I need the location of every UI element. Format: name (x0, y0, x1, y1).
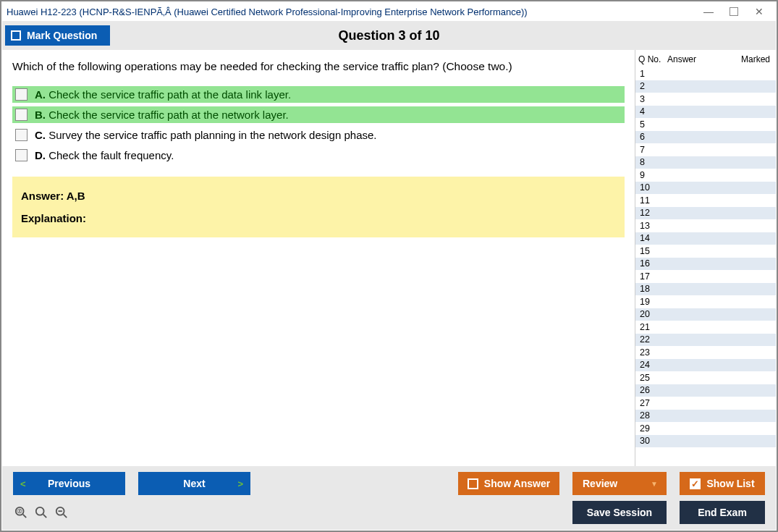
qlist-row[interactable]: 3 (635, 93, 776, 106)
show-list-button[interactable]: ✓ Show List (680, 472, 765, 495)
answer-line: Answer: A,B (21, 190, 616, 202)
qlist-row[interactable]: 9 (635, 169, 776, 182)
qlist-row[interactable]: 21 (635, 321, 776, 334)
qlist-row[interactable]: 19 (635, 295, 776, 308)
qlist-row[interactable]: 8 (635, 156, 776, 169)
previous-label: Previous (48, 478, 90, 489)
options-list: A. Check the service traffic path at the… (12, 86, 625, 164)
app-window: Huawei H12-223 (HCNP-R&S-IENPÃ‚Â (Huawei… (0, 0, 778, 532)
mark-question-button[interactable]: Mark Question (5, 25, 110, 46)
qlist-row[interactable]: 17 (635, 270, 776, 283)
svg-line-4 (43, 515, 46, 518)
qlist-row[interactable]: 26 (635, 384, 776, 397)
maximize-button[interactable] (730, 7, 738, 16)
header-bar: Mark Question Question 3 of 10 (2, 21, 776, 50)
review-button[interactable]: Review ▼ (572, 472, 667, 495)
end-exam-label: End Exam (698, 507, 747, 518)
qlist-row[interactable]: 12 (635, 207, 776, 220)
qlist-row[interactable]: 10 (635, 182, 776, 195)
qlist-row[interactable]: 27 (635, 397, 776, 410)
review-label: Review (583, 478, 617, 489)
zoom-in-icon[interactable] (35, 506, 48, 519)
qlist-row[interactable]: 14 (635, 232, 776, 245)
mark-checkbox-icon (11, 30, 21, 41)
window-controls: — ✕ (703, 7, 771, 17)
mark-question-label: Mark Question (27, 30, 97, 41)
option-checkbox[interactable] (15, 129, 28, 141)
qlist-row[interactable]: 23 (635, 346, 776, 359)
qlist-row[interactable]: 4 (635, 106, 776, 119)
option-text: A. Check the service traffic path at the… (35, 88, 291, 101)
option-row-B[interactable]: B. Check the service traffic path at the… (12, 106, 625, 123)
show-list-check-icon: ✓ (690, 478, 701, 489)
option-text: C. Survey the service traffic path plann… (35, 129, 377, 141)
svg-line-6 (64, 515, 67, 518)
sidebar-header: Q No. Answer Marked (635, 50, 776, 67)
question-pane: Which of the following operations may be… (2, 50, 635, 466)
question-counter: Question 3 of 10 (2, 28, 776, 43)
show-answer-checkbox-icon (468, 478, 478, 489)
save-session-button[interactable]: Save Session (572, 501, 667, 524)
chevron-down-icon: ▼ (651, 480, 658, 488)
qlist-row[interactable]: 20 (635, 308, 776, 321)
col-qno: Q No. (638, 54, 667, 64)
show-answer-button[interactable]: Show Answer (458, 472, 559, 495)
previous-button[interactable]: < Previous (13, 472, 125, 495)
close-button[interactable]: ✕ (754, 7, 764, 17)
minimize-button[interactable]: — (703, 7, 714, 17)
qlist-row[interactable]: 6 (635, 131, 776, 144)
qlist-row[interactable]: 5 (635, 118, 776, 131)
chevron-right-icon: > (237, 478, 243, 489)
option-text: D. Check the fault frequency. (35, 149, 174, 161)
zoom-out-icon[interactable] (55, 506, 68, 519)
qlist-row[interactable]: 16 (635, 258, 776, 271)
question-text: Which of the following operations may be… (12, 60, 625, 73)
footer-row-1: < Previous Next > Show Answer Review ▼ ✓… (13, 472, 765, 495)
qlist-row[interactable]: 25 (635, 371, 776, 384)
footer-row-2: ⦿ Save Session End Exam (13, 501, 765, 524)
explanation-line: Explanation: (21, 212, 616, 224)
option-checkbox[interactable] (15, 149, 28, 161)
svg-point-3 (36, 507, 44, 515)
option-row-D[interactable]: D. Check the fault frequency. (12, 147, 625, 164)
col-answer: Answer (667, 54, 737, 64)
qlist-row[interactable]: 22 (635, 334, 776, 347)
qlist-row[interactable]: 29 (635, 422, 776, 435)
window-title: Huawei H12-223 (HCNP-R&S-IENPÃ‚Â (Huawei… (7, 7, 703, 17)
zoom-controls: ⦿ (13, 506, 68, 519)
qlist-row[interactable]: 11 (635, 194, 776, 207)
answer-panel: Answer: A,B Explanation: (12, 177, 625, 237)
option-row-C[interactable]: C. Survey the service traffic path plann… (12, 127, 625, 143)
qlist-row[interactable]: 30 (635, 435, 776, 448)
footer: < Previous Next > Show Answer Review ▼ ✓… (2, 466, 776, 530)
zoom-reset-icon[interactable]: ⦿ (14, 506, 28, 519)
qlist-row[interactable]: 18 (635, 283, 776, 296)
next-button[interactable]: Next > (138, 472, 250, 495)
titlebar: Huawei H12-223 (HCNP-R&S-IENPÃ‚Â (Huawei… (2, 2, 776, 21)
next-label: Next (183, 478, 205, 489)
content-row: Which of the following operations may be… (2, 50, 776, 466)
end-exam-button[interactable]: End Exam (680, 501, 765, 524)
option-row-A[interactable]: A. Check the service traffic path at the… (12, 86, 625, 103)
qlist-row[interactable]: 24 (635, 359, 776, 372)
qlist-row[interactable]: 2 (635, 80, 776, 93)
qlist-row[interactable]: 13 (635, 219, 776, 232)
svg-text:⦿: ⦿ (17, 508, 22, 515)
qlist-row[interactable]: 15 (635, 245, 776, 258)
question-list-sidebar: Q No. Answer Marked 12345678910111213141… (635, 50, 776, 466)
show-list-label: Show List (706, 478, 754, 489)
option-checkbox[interactable] (15, 88, 28, 101)
qlist-row[interactable]: 1 (635, 67, 776, 80)
save-session-label: Save Session (587, 507, 652, 518)
qlist-row[interactable]: 28 (635, 410, 776, 423)
qlist-row[interactable]: 7 (635, 143, 776, 156)
col-marked: Marked (737, 54, 773, 64)
sidebar-list[interactable]: 1234567891011121314151617181920212223242… (635, 67, 776, 466)
svg-line-1 (23, 515, 27, 518)
chevron-left-icon: < (20, 478, 26, 489)
option-checkbox[interactable] (15, 109, 28, 121)
show-answer-label: Show Answer (484, 478, 550, 489)
option-text: B. Check the service traffic path at the… (35, 109, 289, 121)
